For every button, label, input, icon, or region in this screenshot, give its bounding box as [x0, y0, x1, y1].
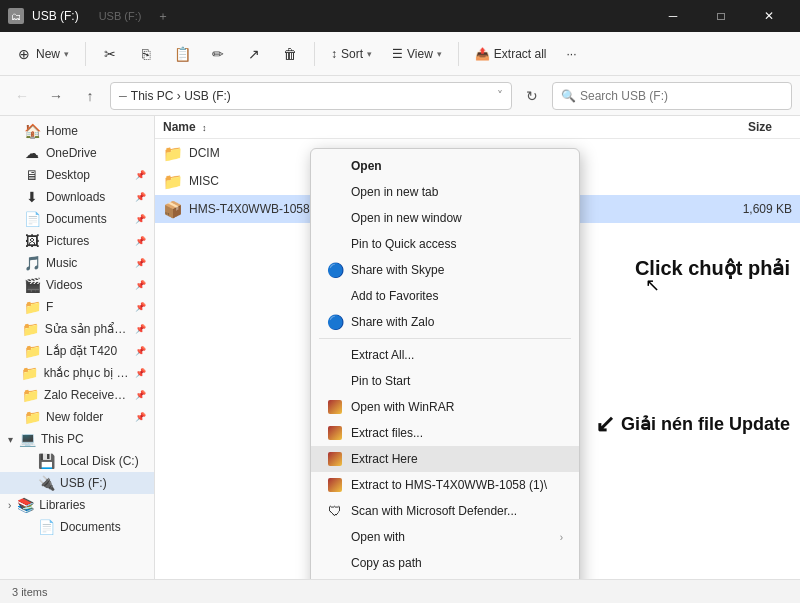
sidebar-item-16[interactable]: 🔌USB (F:) — [0, 472, 154, 494]
sidebar-item-label: Local Disk (C:) — [60, 454, 139, 468]
pin-icon: 📌 — [135, 302, 146, 312]
context-menu-item[interactable]: Pin to Start — [311, 368, 579, 394]
sidebar-item-14[interactable]: ▾💻This PC — [0, 428, 154, 450]
view-button[interactable]: ☰ View ▾ — [384, 43, 450, 65]
context-menu-item[interactable]: Extract files... — [311, 420, 579, 446]
sidebar-item-3[interactable]: ⬇Downloads📌 — [0, 186, 154, 208]
context-menu-item[interactable]: 🔵Share with Skype — [311, 257, 579, 283]
refresh-icon: ↻ — [526, 88, 538, 104]
refresh-button[interactable]: ↻ — [518, 82, 546, 110]
share-icon: ↗ — [246, 46, 262, 62]
paste-button[interactable]: 📋 — [166, 42, 198, 66]
delete-icon: 🗑 — [282, 46, 298, 62]
context-menu-item[interactable]: Extract Here — [311, 446, 579, 472]
sidebar-item-label: Home — [46, 124, 78, 138]
add-tab-btn[interactable]: ＋ — [157, 8, 169, 25]
annotation-click-label: Click chuột phải — [595, 256, 790, 280]
sort-button[interactable]: ↕ Sort ▾ — [323, 43, 380, 65]
file-icon: 📁 — [163, 143, 183, 163]
context-menu-item[interactable]: Open in new tab — [311, 179, 579, 205]
delete-button[interactable]: 🗑 — [274, 42, 306, 66]
sidebar-item-18[interactable]: 📄Documents — [0, 516, 154, 538]
sidebar-item-5[interactable]: 🖼Pictures📌 — [0, 230, 154, 252]
context-menu-item[interactable]: Open in new window — [311, 205, 579, 231]
context-menu-item[interactable]: Add to Favorites — [311, 283, 579, 309]
new-button[interactable]: ⊕ New ▾ — [8, 42, 77, 66]
context-menu-item-label: Share with Skype — [351, 263, 563, 277]
context-menu-item-icon — [327, 373, 343, 389]
maximize-button[interactable]: □ — [698, 0, 744, 32]
address-icon: ─ — [119, 90, 127, 102]
sidebar-item-12[interactable]: 📁Zalo Received Files📌 — [0, 384, 154, 406]
sidebar-item-icon: 📄 — [38, 519, 54, 535]
extract-arrow-icon: ↙ — [595, 410, 615, 438]
up-button[interactable]: ↑ — [76, 82, 104, 110]
sidebar-item-6[interactable]: 🎵Music📌 — [0, 252, 154, 274]
sidebar-item-7[interactable]: 🎬Videos📌 — [0, 274, 154, 296]
pin-icon: 📌 — [135, 258, 146, 268]
back-icon: ← — [15, 88, 29, 104]
submenu-arrow-icon: › — [560, 532, 563, 543]
sidebar-item-15[interactable]: 💾Local Disk (C:) — [0, 450, 154, 472]
context-menu-item[interactable]: Extract All... — [311, 342, 579, 368]
path-dropdown-icon[interactable]: ˅ — [497, 89, 503, 103]
column-size[interactable]: Size — [672, 120, 772, 134]
more-button[interactable]: ··· — [559, 43, 585, 65]
context-menu-item[interactable]: 🔵Share with Zalo — [311, 309, 579, 335]
sidebar-item-2[interactable]: 🖥Desktop📌 — [0, 164, 154, 186]
sidebar-item-11[interactable]: 📁khắc phục bị mật kẻ📌 — [0, 362, 154, 384]
sort-indicator: ↕ — [202, 123, 207, 133]
toolbar-sep-1 — [85, 42, 86, 66]
pin-icon: 📌 — [135, 236, 146, 246]
context-menu-item-icon — [327, 236, 343, 252]
rename-button[interactable]: ✏ — [202, 42, 234, 66]
sidebar-item-icon: 🎬 — [24, 277, 40, 293]
context-menu-item-label: Extract to HMS-T4X0WWB-1058 (1)\ — [351, 478, 563, 492]
view-icon: ☰ — [392, 47, 403, 61]
sidebar-item-1[interactable]: ☁OneDrive — [0, 142, 154, 164]
copy-button[interactable]: ⎘ — [130, 42, 162, 66]
close-button[interactable]: ✕ — [746, 0, 792, 32]
context-menu-item[interactable]: 🛡Scan with Microsoft Defender... — [311, 498, 579, 524]
sidebar-item-icon: 📁 — [24, 409, 40, 425]
sidebar-item-icon: ⬇ — [24, 189, 40, 205]
pin-icon: 📌 — [135, 324, 146, 334]
context-menu-separator — [319, 338, 571, 339]
context-menu-item[interactable]: Share — [311, 576, 579, 579]
extract-all-button[interactable]: 📤 Extract all — [467, 43, 555, 65]
annotation-area: Click chuột phải ↙ Giải nén file Update — [595, 256, 790, 438]
context-menu-item[interactable]: Open with WinRAR — [311, 394, 579, 420]
column-name[interactable]: Name ↕ — [163, 120, 672, 134]
extract-icon: 📤 — [475, 47, 490, 61]
cut-button[interactable]: ✂ — [94, 42, 126, 66]
cut-icon: ✂ — [102, 46, 118, 62]
sidebar-item-8[interactable]: 📁F📌 — [0, 296, 154, 318]
context-menu-item[interactable]: Pin to Quick access — [311, 231, 579, 257]
sidebar-item-4[interactable]: 📄Documents📌 — [0, 208, 154, 230]
search-input[interactable] — [580, 89, 783, 103]
sidebar-item-icon: 📁 — [24, 343, 40, 359]
context-menu-item[interactable]: Copy as path — [311, 550, 579, 576]
new-icon: ⊕ — [16, 46, 32, 62]
sidebar-item-label: Desktop — [46, 168, 90, 182]
back-button[interactable]: ← — [8, 82, 36, 110]
context-menu-item-icon — [327, 451, 343, 467]
address-path[interactable]: ─ This PC › USB (F:) ˅ — [110, 82, 512, 110]
sidebar-item-icon: 🏠 — [24, 123, 40, 139]
share-button[interactable]: ↗ — [238, 42, 270, 66]
minimize-button[interactable]: ─ — [650, 0, 696, 32]
forward-icon: → — [49, 88, 63, 104]
pin-icon: 📌 — [135, 192, 146, 202]
context-menu-item[interactable]: Open with› — [311, 524, 579, 550]
sidebar-item-9[interactable]: 📁Sửa sản phẩm cũ📌 — [0, 318, 154, 340]
sidebar-item-0[interactable]: 🏠Home — [0, 120, 154, 142]
forward-button[interactable]: → — [42, 82, 70, 110]
sidebar-item-13[interactable]: 📁New folder📌 — [0, 406, 154, 428]
context-menu-item[interactable]: Open — [311, 153, 579, 179]
paste-icon: 📋 — [174, 46, 190, 62]
sidebar-item-17[interactable]: ›📚Libraries — [0, 494, 154, 516]
sidebar-item-10[interactable]: 📁Lắp đặt T420📌 — [0, 340, 154, 362]
context-menu-item[interactable]: Extract to HMS-T4X0WWB-1058 (1)\ — [311, 472, 579, 498]
search-box[interactable]: 🔍 — [552, 82, 792, 110]
sidebar-item-label: Libraries — [39, 498, 85, 512]
